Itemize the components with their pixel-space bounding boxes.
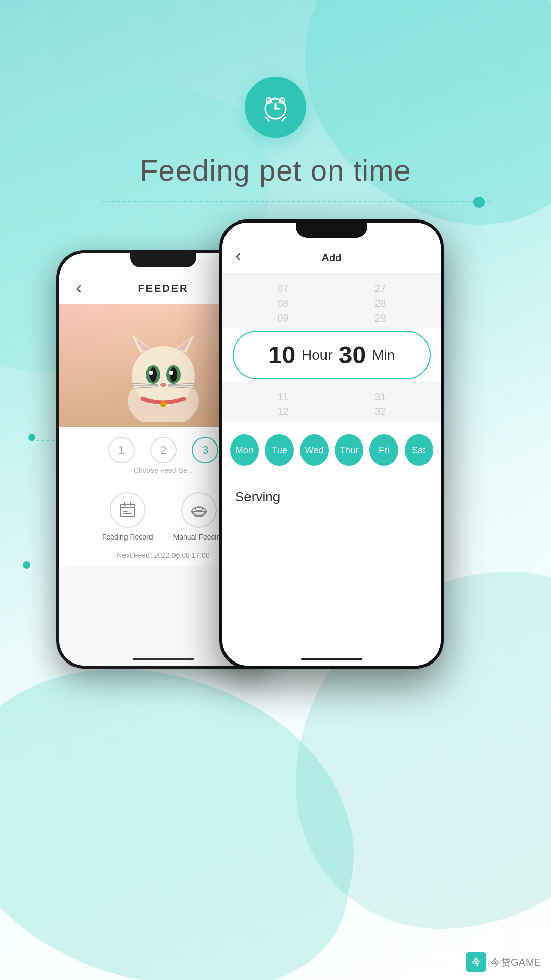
phone1-notch <box>130 253 196 267</box>
phone2-home-indicator <box>301 658 362 660</box>
day-thur[interactable]: Thur <box>335 434 363 466</box>
svg-point-28 <box>160 401 166 407</box>
hour-scroll-below: 11 12 <box>277 391 288 418</box>
feeding-record-item[interactable]: Feeding Record <box>102 492 153 541</box>
watermark-text: 今贷GAME <box>490 955 541 969</box>
phone2-device: Add 07 08 09 27 28 29 <box>219 219 444 669</box>
min-value: 30 <box>339 341 366 369</box>
watermark-logo: 今 <box>466 952 486 972</box>
deco-line-1 <box>102 201 490 202</box>
svg-point-10 <box>132 346 195 405</box>
alarm-clock-icon <box>258 89 293 125</box>
day-sat[interactable]: Sat <box>405 434 433 466</box>
deco-dot-3 <box>23 561 30 569</box>
header-section: Feeding pet on time <box>0 77 551 187</box>
feeding-record-label: Feeding Record <box>102 533 153 541</box>
min-unit: Min <box>372 347 395 363</box>
phone1-home-indicator <box>133 658 194 660</box>
svg-point-20 <box>169 371 173 375</box>
day-mon[interactable]: Mon <box>230 434 259 466</box>
phone2-topbar: Add <box>222 243 441 274</box>
picker-scroll-above: 07 08 09 27 28 29 <box>222 274 441 328</box>
svg-line-7 <box>271 102 272 103</box>
svg-line-3 <box>266 117 269 121</box>
svg-line-8 <box>279 102 280 103</box>
manual-feeding-item[interactable]: Manual Feeding <box>173 492 224 541</box>
deco-dot-1 <box>473 197 485 208</box>
min-scroll-below: 31 32 <box>375 391 386 418</box>
hour-scroll-above: 07 08 09 <box>277 283 288 324</box>
svg-point-18 <box>170 368 177 382</box>
picker-scroll-below: 11 12 31 32 <box>222 382 441 422</box>
manual-feeding-icon-box <box>181 492 217 528</box>
alarm-icon-container <box>245 77 306 138</box>
svg-point-21 <box>160 383 166 387</box>
phone1-title: FEEDER <box>138 283 188 295</box>
step-3[interactable]: 3 <box>192 437 218 463</box>
deco-dot-2 <box>28 434 35 441</box>
step-2[interactable]: 2 <box>150 437 177 463</box>
days-row: Mon Tue Wed Thur Fri Sat <box>222 422 441 479</box>
serving-label: Serving <box>222 479 441 515</box>
day-fri[interactable]: Fri <box>369 434 398 466</box>
cat-illustration <box>112 320 214 422</box>
svg-line-4 <box>282 117 285 121</box>
day-wed[interactable]: Wed <box>300 434 329 466</box>
phone2-inner: Add 07 08 09 27 28 29 <box>222 223 441 666</box>
phone2-notch <box>296 223 367 238</box>
svg-point-19 <box>149 371 153 375</box>
manual-feeding-label: Manual Feeding <box>173 533 224 541</box>
svg-rect-29 <box>120 504 135 517</box>
manual-feeding-icon <box>189 500 209 520</box>
day-tue[interactable]: Tue <box>265 434 293 466</box>
phone2-title: Add <box>322 252 342 264</box>
hour-value: 10 <box>268 341 295 369</box>
main-title: Feeding pet on time <box>140 153 411 187</box>
time-picker-selected[interactable]: 10 Hour 30 Min <box>233 331 431 379</box>
phone2-back-button[interactable] <box>233 251 244 265</box>
hour-unit: Hour <box>302 347 333 363</box>
step-1[interactable]: 1 <box>108 437 135 463</box>
phone2-screen: Add 07 08 09 27 28 29 <box>222 223 441 666</box>
phone1-back-button[interactable] <box>69 280 88 298</box>
watermark: 今 今贷GAME <box>466 952 541 972</box>
min-scroll-above: 27 28 29 <box>375 283 386 324</box>
svg-point-17 <box>149 368 157 382</box>
feeding-record-icon <box>118 500 137 520</box>
feeding-record-icon-box <box>110 492 145 528</box>
